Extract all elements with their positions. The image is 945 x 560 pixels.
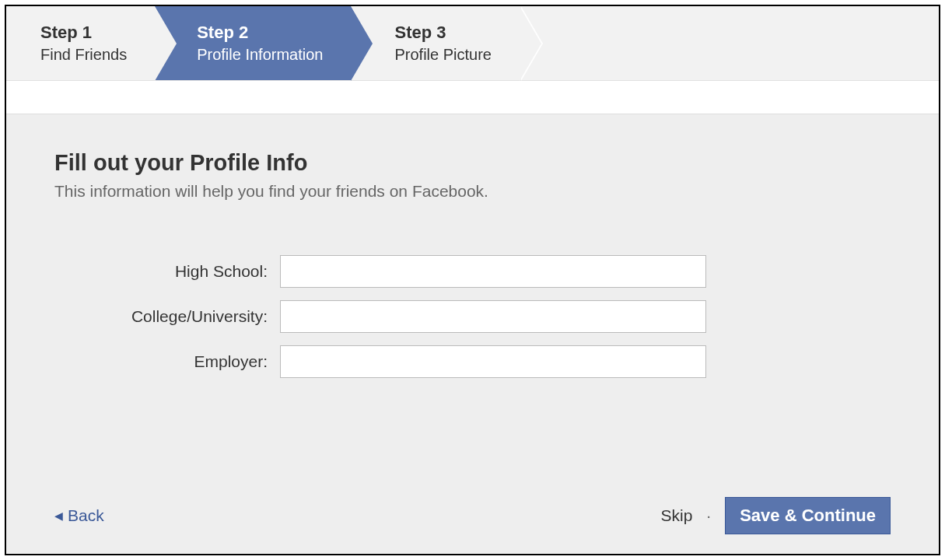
employer-label: Employer:	[54, 352, 280, 371]
form-row-high-school: High School:	[54, 255, 891, 288]
back-link[interactable]: ◀ Back	[54, 506, 104, 525]
skip-link[interactable]: Skip	[660, 506, 692, 525]
page-title: Fill out your Profile Info	[54, 150, 891, 176]
form-row-college: College/University:	[54, 300, 891, 333]
step-3-arrow-icon	[520, 6, 541, 81]
footer-right: Skip · Save & Continue	[660, 497, 891, 534]
step-1-find-friends[interactable]: Step 1 Find Friends	[6, 6, 155, 80]
footer: ◀ Back Skip · Save & Continue	[54, 497, 891, 534]
college-label: College/University:	[54, 307, 280, 326]
step-arrow-notch-icon	[155, 6, 177, 81]
step-3-subtitle: Profile Picture	[394, 46, 492, 64]
separator-dot-icon: ·	[706, 506, 711, 525]
step-2-profile-information[interactable]: Step 2 Profile Information	[155, 6, 351, 80]
content-wrapper: Fill out your Profile Info This informat…	[6, 114, 939, 553]
back-label: Back	[68, 506, 104, 525]
step-1-title: Step 1	[40, 23, 127, 43]
step-2-title: Step 2	[197, 23, 323, 43]
step-2-subtitle: Profile Information	[197, 46, 323, 64]
stepper: Step 1 Find Friends Step 2 Profile Infor…	[6, 6, 939, 81]
step-3-title: Step 3	[394, 23, 492, 43]
college-input[interactable]	[280, 300, 706, 333]
save-continue-button[interactable]: Save & Continue	[725, 497, 891, 534]
page-subtitle: This information will help you find your…	[54, 182, 891, 201]
app-window: Step 1 Find Friends Step 2 Profile Infor…	[5, 5, 940, 555]
form-row-employer: Employer:	[54, 345, 891, 378]
content: Fill out your Profile Info This informat…	[6, 114, 939, 378]
step-arrow-right-icon	[351, 6, 373, 81]
step-3-profile-picture[interactable]: Step 3 Profile Picture	[351, 6, 520, 80]
high-school-label: High School:	[54, 262, 280, 281]
caret-left-icon: ◀	[54, 509, 63, 522]
step-1-subtitle: Find Friends	[40, 46, 127, 64]
employer-input[interactable]	[280, 345, 706, 378]
high-school-input[interactable]	[280, 255, 706, 288]
